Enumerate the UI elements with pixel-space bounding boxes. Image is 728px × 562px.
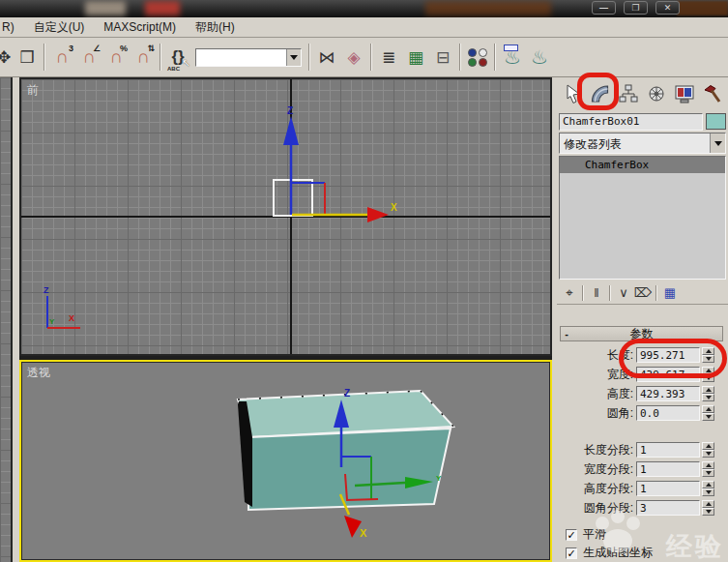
menu-item-customize[interactable]: 自定义(U) [24,17,95,37]
length-segs-label: 长度分段: [584,442,633,458]
chamferbox-wireframe[interactable] [274,180,312,216]
menu-item-maxscript[interactable]: MAXScript(M) [94,17,186,37]
height-segs-spinner[interactable] [702,481,714,496]
background-blob [425,1,551,15]
left-viewport-sliver[interactable] [0,77,13,562]
chevron-down-icon [714,141,722,146]
show-end-result-icon[interactable]: ‖ [588,284,605,302]
make-unique-icon[interactable]: ∨ [615,284,632,302]
width-segs-field[interactable]: 1 [636,461,700,477]
rollout-collapse-button[interactable]: - [561,328,572,340]
chamferbox-front-face[interactable] [248,429,451,510]
height-spinner[interactable] [702,386,714,401]
fillet-segs-field[interactable]: 3 [636,500,700,516]
material-editor-icon[interactable] [464,43,491,72]
spinner-up[interactable] [702,481,714,488]
motion-wheel-icon [646,83,667,104]
layer-manager-icon[interactable]: ≣ [375,43,402,72]
close-icon: ✕ [664,3,672,13]
spinner-up[interactable] [702,461,714,469]
fillet-field[interactable]: 0.0 [636,405,700,421]
fillet-segs-spinner[interactable] [702,500,714,516]
height-segs-field[interactable]: 1 [636,481,700,496]
combo-dropdown-button[interactable] [286,49,301,66]
front-viewport-label[interactable]: 前 [27,82,39,99]
spinner-down[interactable] [702,450,714,458]
object-name-field[interactable]: ChamferBox01 [559,113,703,131]
front-viewport[interactable]: 前 Z X Z X Y [19,77,552,356]
select-manipulate-icon[interactable]: ✥ [0,43,14,72]
keyboard-override-icon[interactable]: ❒ [14,43,41,72]
mapping-coords-checkbox[interactable]: ✓ [566,547,577,559]
object-color-swatch[interactable] [706,113,726,130]
tripod-x-label: X [69,313,74,323]
minimize-button[interactable]: — [592,1,616,15]
object-name-row: ChamferBox01 [557,110,728,133]
smooth-label: 平滑 [583,526,606,543]
annotation-circle-modify-tab [577,73,619,110]
perspective-viewport-overlay: Z Y X [21,362,550,560]
perspective-viewport[interactable]: 透视 Z Y X [19,360,552,562]
param-row-width-segs: 宽度分段: 1 [557,459,728,479]
fillet-spinner[interactable] [702,405,714,421]
spinner-down[interactable] [702,469,714,477]
modifier-stack-item-chamferbox[interactable]: ChamferBox [560,157,725,173]
spinner-down[interactable] [702,508,714,516]
render-icon[interactable]: ♨ [526,43,553,72]
align-icon[interactable]: ◈ [340,43,367,72]
schematic-view-icon[interactable]: ⊟ [429,43,456,72]
snap-3d-icon[interactable]: ∩3 [48,43,75,72]
menu-item-help[interactable]: 帮助(H) [186,17,245,37]
spinner-up[interactable] [702,405,714,413]
length-segs-spinner[interactable] [702,442,714,458]
curve-editor-icon[interactable]: ▦ [402,43,429,72]
spinner-up[interactable] [702,386,714,394]
close-button[interactable]: ✕ [655,1,680,15]
width-segs-spinner[interactable] [702,461,714,477]
tripod-z-label: Z [44,285,49,295]
height-segs-label: 高度分段: [584,481,633,497]
gizmo-x-label: X [360,527,367,539]
angle-snap-icon[interactable]: ∩∠ [75,43,102,72]
spinner-snap-icon[interactable]: ∩⇅ [130,43,157,72]
remove-modifier-icon[interactable]: ⌦ [634,284,652,302]
named-selection-combobox[interactable] [195,48,302,67]
background-blob [85,1,126,15]
spinner-down[interactable] [702,394,714,401]
hierarchy-tree-icon [618,83,639,104]
minimize-icon: — [599,3,608,13]
gizmo-x-arrowhead[interactable] [367,207,389,222]
gizmo-z-arrowhead[interactable] [283,116,299,145]
modifier-list-dropdown-button[interactable] [710,133,725,153]
restore-button[interactable]: ❐ [624,1,648,15]
command-panel: ChamferBox01 修改器列表 ChamferBox ⌖ ‖ ∨ ⌦ ▦ … [557,77,728,562]
param-row-height-segs: 高度分段: 1 [557,479,728,498]
display-monitor-icon [674,83,695,104]
gizmo-z-label: Z [344,388,350,399]
length-segs-field[interactable]: 1 [636,442,700,458]
spinner-up[interactable] [702,442,714,450]
toolbar-separator [308,44,310,71]
smooth-checkbox[interactable]: ✓ [566,529,577,541]
mirror-icon[interactable]: ⋈ [313,43,340,72]
tab-motion[interactable] [642,79,670,108]
modifier-list-dropdown[interactable]: 修改器列表 [559,133,726,154]
fillet-label: 圆角: [607,405,633,422]
spinner-down[interactable] [702,488,714,496]
render-setup-icon[interactable]: ♨ [499,43,526,72]
param-row-length-segs: 长度分段: 1 [557,440,728,459]
spinner-up[interactable] [702,500,714,508]
tripod-y-label: Y [49,317,55,326]
perspective-viewport-label[interactable]: 透视 [27,365,50,381]
menu-item-render-partial[interactable]: R) [0,17,24,37]
edit-named-selections-icon[interactable]: {} ABC ↖ [164,43,191,72]
pin-stack-icon[interactable]: ⌖ [561,284,578,302]
tab-display[interactable] [670,79,698,108]
height-field[interactable]: 429.393 [636,386,700,401]
tab-utilities[interactable] [698,79,726,108]
toolbar-separator [494,44,496,71]
modifier-stack[interactable]: ChamferBox [559,156,726,280]
spinner-down[interactable] [702,413,714,421]
percent-snap-icon[interactable]: ∩% [102,43,130,72]
configure-modifier-sets-icon[interactable]: ▦ [661,284,679,302]
